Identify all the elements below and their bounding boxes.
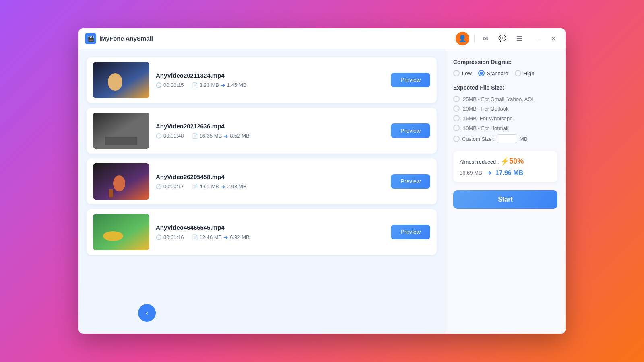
video-name: AnyVideo46465545.mp4 (156, 224, 384, 231)
chat-button[interactable]: 💬 (496, 33, 508, 45)
compress-arrow-icon: ➜ (221, 183, 225, 190)
duration-item: 🕐 00:01:48 (156, 133, 184, 139)
video-name: AnyVideo20211324.mp4 (156, 72, 384, 79)
video-meta: 🕐 00:01:48 📄 16.35 MB ➜ 8.52 MB (156, 133, 384, 139)
title-bar-left: 🎬 iMyFone AnySmall (85, 33, 153, 44)
original-size: 4.61 MB (200, 183, 219, 189)
video-info: AnyVideo46465545.mp4 🕐 00:01:16 📄 12.46 … (156, 224, 384, 241)
radio-circle-outlook (453, 105, 460, 112)
outlook-label: 20MB - For Outlook (463, 106, 508, 112)
reduction-percent: ⚡50% (500, 157, 524, 165)
start-button[interactable]: Start (453, 190, 557, 209)
preview-button[interactable]: Preview (391, 123, 430, 138)
compress-arrow-icon: ➜ (223, 133, 228, 139)
app-title: iMyFone AnySmall (99, 35, 153, 42)
menu-button[interactable]: ☰ (513, 33, 525, 45)
compressed-total: 17.96 MB (495, 169, 523, 177)
main-content: AnyVideo20211324.mp4 🕐 00:00:15 📄 3.23 M… (78, 49, 566, 334)
video-thumbnail (93, 113, 149, 149)
video-list: AnyVideo20211324.mp4 🕐 00:00:15 📄 3.23 M… (78, 49, 445, 263)
divider (474, 34, 475, 43)
reduction-section: Almost reduced : ⚡50% 36.69 MB ➜ 17.96 M… (453, 151, 557, 182)
file-size-gmail[interactable]: 25MB - For Gmail, Yahoo, AOL (453, 96, 557, 102)
video-card: AnyVideo26205458.mp4 🕐 00:00:17 📄 4.61 M… (87, 158, 437, 204)
minimize-button[interactable]: ─ (533, 33, 545, 44)
video-duration: 00:00:17 (163, 183, 184, 189)
svg-point-7 (113, 175, 125, 191)
radio-circle-custom (453, 136, 460, 142)
size-item: 📄 12.46 MB ➜ 6.92 MB (192, 234, 250, 241)
original-size: 16.35 MB (200, 133, 222, 139)
compressed-size: 1.45 MB (227, 82, 246, 88)
size-item: 📄 4.61 MB ➜ 2.03 MB (192, 183, 247, 190)
app-icon: 🎬 (85, 33, 96, 44)
size-arrow-icon: ➜ (486, 169, 491, 177)
video-info: AnyVideo20212636.mp4 🕐 00:01:48 📄 16.35 … (156, 123, 384, 139)
radio-circle-low (453, 70, 460, 76)
svg-point-10 (103, 231, 123, 241)
radio-high[interactable]: High (515, 70, 535, 76)
back-button[interactable]: ‹ (138, 304, 156, 322)
hotmail-label: 10MB - For Hotmail (463, 125, 508, 131)
custom-size-row: Custom Size : MB (453, 134, 557, 143)
user-avatar[interactable]: 👤 (456, 32, 469, 45)
left-panel-wrapper: AnyVideo20211324.mp4 🕐 00:00:15 📄 3.23 M… (78, 49, 445, 334)
title-bar-right: 👤 ✉ 💬 ☰ ─ ✕ (456, 32, 559, 45)
svg-rect-8 (109, 189, 113, 197)
svg-point-1 (108, 73, 122, 91)
preview-button[interactable]: Preview (391, 174, 430, 189)
radio-circle-standard (478, 70, 485, 76)
custom-size-input[interactable] (497, 134, 517, 143)
app-window: 🎬 iMyFone AnySmall 👤 ✉ 💬 ☰ ─ ✕ (78, 28, 566, 334)
radio-low[interactable]: Low (453, 70, 472, 76)
window-controls: ─ ✕ (533, 33, 559, 44)
video-thumbnail (93, 62, 149, 98)
video-duration: 00:00:15 (163, 82, 184, 88)
file-size-whatsapp[interactable]: 16MB- For Whatsapp (453, 115, 557, 121)
file-size-options: 25MB - For Gmail, Yahoo, AOL 20MB - For … (453, 96, 557, 143)
compress-arrow-icon: ➜ (223, 234, 228, 241)
preview-button[interactable]: Preview (391, 73, 430, 87)
duration-item: 🕐 00:00:15 (156, 82, 184, 88)
gmail-label: 25MB - For Gmail, Yahoo, AOL (463, 96, 535, 102)
compression-options: Low Standard High (453, 70, 557, 76)
video-thumbnail (93, 214, 149, 250)
video-meta: 🕐 00:00:17 📄 4.61 MB ➜ 2.03 MB (156, 183, 384, 190)
mail-button[interactable]: ✉ (479, 33, 491, 45)
close-button[interactable]: ✕ (548, 33, 559, 44)
file-icon: 📄 (192, 234, 198, 240)
whatsapp-label: 16MB- For Whatsapp (463, 115, 513, 121)
radio-standard[interactable]: Standard (478, 70, 508, 76)
compress-arrow-icon: ➜ (221, 82, 225, 88)
file-size-hotmail[interactable]: 10MB - For Hotmail (453, 125, 557, 131)
file-icon: 📄 (192, 184, 198, 189)
radio-circle-whatsapp (453, 115, 460, 121)
compressed-size: 2.03 MB (227, 183, 246, 189)
video-name: AnyVideo20212636.mp4 (156, 123, 384, 130)
compression-section: Compression Degree: Low Standard High (453, 59, 557, 76)
clock-icon: 🕐 (156, 234, 162, 240)
duration-item: 🕐 00:01:16 (156, 234, 184, 240)
clock-icon: 🕐 (156, 133, 162, 139)
expected-file-size-label: Expected File Size: (453, 84, 557, 91)
svg-rect-9 (93, 214, 149, 250)
video-card: AnyVideo46465545.mp4 🕐 00:01:16 📄 12.46 … (87, 209, 437, 255)
svg-rect-5 (105, 137, 137, 145)
original-size: 12.46 MB (200, 234, 222, 240)
clock-icon: 🕐 (156, 82, 162, 88)
duration-item: 🕐 00:00:17 (156, 183, 184, 189)
preview-button[interactable]: Preview (391, 225, 430, 239)
video-name: AnyVideo26205458.mp4 (156, 173, 384, 180)
original-size: 3.23 MB (200, 82, 219, 88)
video-duration: 00:01:16 (163, 234, 184, 240)
video-thumbnail (93, 163, 149, 200)
radio-circle-gmail (453, 96, 460, 102)
size-row: 36.69 MB ➜ 17.96 MB (460, 169, 551, 177)
size-item: 📄 3.23 MB ➜ 1.45 MB (192, 82, 247, 88)
compressed-size: 6.92 MB (230, 234, 249, 240)
file-size-outlook[interactable]: 20MB - For Outlook (453, 105, 557, 112)
video-meta: 🕐 00:01:16 📄 12.46 MB ➜ 6.92 MB (156, 234, 384, 241)
custom-size-label: Custom Size : (462, 136, 495, 142)
compression-degree-label: Compression Degree: (453, 59, 557, 65)
reduction-label: Almost reduced : ⚡50% (460, 157, 551, 166)
